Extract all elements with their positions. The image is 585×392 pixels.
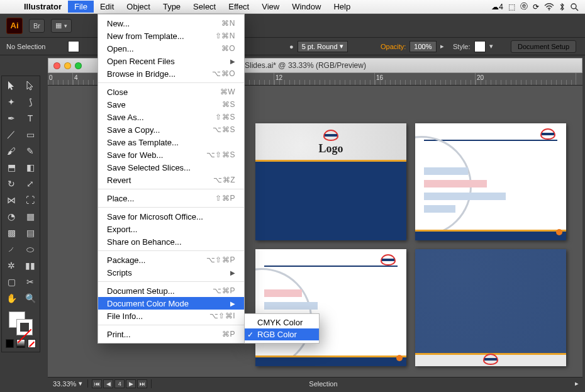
perspective-tool[interactable]: ▦ xyxy=(21,208,40,225)
evernote-icon[interactable]: ⓔ xyxy=(520,1,528,12)
menu-item-scripts[interactable]: Scripts▶ xyxy=(98,266,244,279)
pencil-tool[interactable]: ✎ xyxy=(21,143,40,159)
menu-item-document-setup[interactable]: Document Setup...⌥⌘P xyxy=(98,284,244,297)
style-label: Style: xyxy=(453,43,471,50)
graph-tool[interactable]: ▮▮ xyxy=(21,257,40,274)
menu-item-save-a-copy[interactable]: Save a Copy...⌥⌘S xyxy=(98,123,244,136)
mesh-tool[interactable]: ▩ xyxy=(2,225,21,241)
artboard-4[interactable] xyxy=(415,249,566,366)
zoom-field[interactable]: 33.33% ▾ xyxy=(48,379,88,388)
pen-tool[interactable]: ✒ xyxy=(2,110,21,126)
menu-item-save-for-web[interactable]: Save for Web...⌥⇧⌘S xyxy=(98,148,244,161)
menubar-object[interactable]: Object xyxy=(120,1,157,13)
fill-swatch[interactable] xyxy=(68,41,79,52)
shape-builder-tool[interactable]: ◔ xyxy=(2,208,21,225)
maximize-icon[interactable] xyxy=(75,62,82,69)
width-tool[interactable]: ⋈ xyxy=(2,192,21,208)
cc-icon[interactable]: ☁4 xyxy=(491,3,503,11)
menubar-edit[interactable]: Edit xyxy=(94,1,120,13)
menu-item-save-as[interactable]: Save As...⇧⌘S xyxy=(98,111,244,123)
minimize-icon[interactable] xyxy=(64,62,71,69)
menubar-file[interactable]: File xyxy=(68,1,94,13)
color-mode-none[interactable] xyxy=(28,339,36,348)
document-setup-button[interactable]: Document Setup xyxy=(511,40,576,53)
artboard-2[interactable] xyxy=(415,123,566,240)
eraser-tool[interactable]: ◧ xyxy=(21,159,40,176)
symbol-sprayer-tool[interactable]: ✲ xyxy=(2,257,21,274)
menu-item-save-as-template[interactable]: Save as Template... xyxy=(98,136,244,148)
menu-item-new[interactable]: New...⌘N xyxy=(98,17,244,30)
first-artboard-button[interactable]: ⏮ xyxy=(92,379,102,388)
hand-tool[interactable]: ✋ xyxy=(2,290,21,306)
bluetooth-icon[interactable] xyxy=(559,3,565,11)
selection-tool[interactable] xyxy=(2,77,21,94)
lasso-tool[interactable]: ⟆ xyxy=(21,94,40,110)
style-dropdown-icon[interactable]: ▾ xyxy=(489,42,493,50)
artboard-1[interactable]: Logo xyxy=(255,123,406,240)
menu-item-new-from-template[interactable]: New from Template...⇧⌘N xyxy=(98,30,244,42)
rectangle-tool[interactable]: ▭ xyxy=(21,126,40,143)
fill-stroke-control[interactable] xyxy=(9,311,33,335)
line-tool[interactable]: ／ xyxy=(2,126,21,143)
menu-item-file-info[interactable]: File Info...⌥⇧⌘I xyxy=(98,310,244,322)
sync-icon[interactable]: ⟳ xyxy=(533,3,539,11)
blob-brush-tool[interactable]: ⬒ xyxy=(2,159,21,176)
menu-item-save[interactable]: Save⌘S xyxy=(98,98,244,111)
status-bar: 33.33% ▾ ⏮ ◀ 4 ▶ ⏭ Selection ▸ xyxy=(48,377,582,389)
menubar-help[interactable]: Help xyxy=(327,1,357,13)
close-icon[interactable] xyxy=(53,62,60,69)
arrange-button[interactable]: ▦▾ xyxy=(51,19,72,33)
opacity-field[interactable]: 100% xyxy=(410,41,436,52)
menubar-select[interactable]: Select xyxy=(187,1,222,13)
submenu-item-cmyk-color[interactable]: CMYK Color xyxy=(245,316,319,328)
menu-item-revert[interactable]: Revert⌥⌘Z xyxy=(98,174,244,186)
stroke-swatch-tool[interactable] xyxy=(16,319,33,335)
menu-item-print[interactable]: Print...⌘P xyxy=(98,328,244,340)
artboard-nav: ⏮ ◀ 4 ▶ ⏭ xyxy=(88,379,152,388)
direct-selection-tool[interactable] xyxy=(21,77,40,94)
menu-item-save-selected-slices[interactable]: Save Selected Slices... xyxy=(98,161,244,174)
zoom-tool[interactable]: 🔍 xyxy=(21,290,40,306)
menu-item-export[interactable]: Export... xyxy=(98,223,244,235)
menu-item-package[interactable]: Package...⌥⇧⌘P xyxy=(98,254,244,266)
artboard-3[interactable] xyxy=(255,249,406,366)
rotate-tool[interactable]: ↻ xyxy=(2,176,21,192)
bridge-button[interactable]: Br xyxy=(29,19,45,33)
menu-item-save-for-microsoft-office[interactable]: Save for Microsoft Office... xyxy=(98,210,244,223)
opacity-dropdown-icon[interactable]: ▸ xyxy=(440,42,444,50)
menu-item-open[interactable]: Open...⌘O xyxy=(98,42,244,55)
spotlight-icon[interactable] xyxy=(570,3,579,11)
blend-tool[interactable]: ⬭ xyxy=(21,241,40,257)
menubar-window[interactable]: Window xyxy=(286,1,327,13)
style-swatch[interactable] xyxy=(474,41,486,52)
slice-tool[interactable]: ✂ xyxy=(21,274,40,290)
menu-item-place[interactable]: Place...⇧⌘P xyxy=(98,192,244,204)
scale-tool[interactable]: ⤢ xyxy=(21,176,40,192)
gradient-tool[interactable]: ▤ xyxy=(21,225,40,241)
menu-item-share-on-behance[interactable]: Share on Behance... xyxy=(98,235,244,248)
paintbrush-tool[interactable]: 🖌 xyxy=(2,143,21,159)
menubar-effect[interactable]: Effect xyxy=(222,1,255,13)
scroll-right-icon[interactable]: ▸ xyxy=(571,379,582,388)
menu-item-open-recent-files[interactable]: Open Recent Files▶ xyxy=(98,55,244,67)
magic-wand-tool[interactable]: ✦ xyxy=(2,94,21,110)
next-artboard-button[interactable]: ▶ xyxy=(126,379,136,388)
artboard-number-field[interactable]: 4 xyxy=(114,379,125,388)
menubar-type[interactable]: Type xyxy=(157,1,187,13)
last-artboard-button[interactable]: ⏭ xyxy=(137,379,147,388)
dropbox-icon[interactable]: ⬚ xyxy=(508,3,515,11)
free-transform-tool[interactable]: ⛶ xyxy=(21,192,40,208)
stroke-profile-select[interactable]: 5 pt. Round ▾ xyxy=(298,41,348,52)
color-mode-solid[interactable] xyxy=(6,339,14,348)
eyedropper-tool[interactable]: ⟋ xyxy=(2,241,21,257)
menu-item-browse-in-bridge[interactable]: Browse in Bridge...⌥⌘O xyxy=(98,67,244,80)
app-name[interactable]: Illustrator xyxy=(18,2,68,11)
menu-item-close[interactable]: Close⌘W xyxy=(98,86,244,98)
type-tool[interactable]: T xyxy=(21,110,40,126)
prev-artboard-button[interactable]: ◀ xyxy=(103,379,113,388)
menubar-view[interactable]: View xyxy=(255,1,286,13)
artboard-tool[interactable]: ▢ xyxy=(2,274,21,290)
wifi-icon[interactable] xyxy=(544,3,554,11)
submenu-item-rgb-color[interactable]: ✓RGB Color xyxy=(245,328,319,340)
menu-item-document-color-mode[interactable]: Document Color Mode▶ xyxy=(98,297,244,310)
